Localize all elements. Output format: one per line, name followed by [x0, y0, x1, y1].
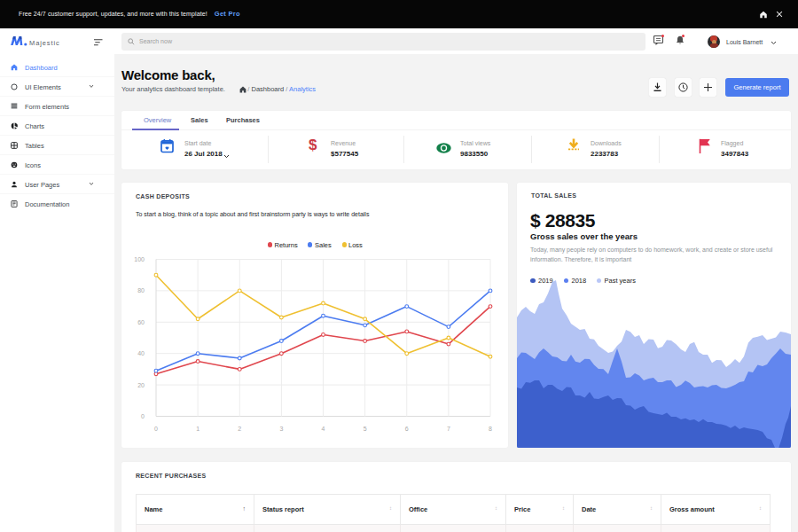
svg-text:7: 7: [447, 426, 450, 432]
svg-text:0: 0: [141, 413, 145, 419]
svg-text:0: 0: [154, 426, 158, 432]
svg-text:3: 3: [279, 426, 283, 432]
svg-text:40: 40: [137, 350, 145, 356]
svg-text:4: 4: [322, 426, 325, 432]
svg-text:100: 100: [134, 256, 145, 262]
svg-text:1: 1: [196, 426, 200, 432]
svg-text:60: 60: [137, 319, 145, 325]
svg-text:6: 6: [405, 426, 409, 432]
svg-text:20: 20: [137, 382, 145, 388]
svg-text:5: 5: [364, 426, 367, 432]
svg-text:8: 8: [489, 426, 492, 432]
svg-text:80: 80: [137, 287, 145, 293]
svg-text:2: 2: [238, 426, 241, 432]
